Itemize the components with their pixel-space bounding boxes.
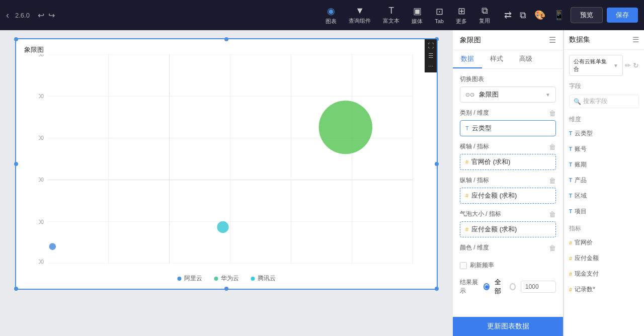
metrics-section-title: 指标 — [569, 224, 639, 233]
update-btn-container: 更新图表数据 — [453, 317, 563, 336]
topbar-right: ⇄ ⧉ 🎨 📱 预览 保存 — [502, 7, 638, 23]
field-项目: T 项目 — [569, 206, 639, 217]
panel-tabs: 数据 样式 高级 — [453, 50, 563, 69]
dataset-menu-icon[interactable]: ☰ — [632, 35, 639, 44]
tab-style[interactable]: 样式 — [482, 50, 511, 68]
chart-type-select[interactable]: ⊙⊙ 象限图 ▼ — [460, 87, 556, 103]
version-label: 2.6.0 — [15, 12, 30, 19]
bubble-delete-icon[interactable]: 🗑 — [549, 210, 556, 218]
x-field-type-icon: # — [465, 159, 468, 165]
richtext-icon: T — [388, 6, 394, 16]
chart-container[interactable]: 象限图 ⛶ ☰ ··· — [15, 38, 438, 290]
legend-dot-tencent — [251, 277, 255, 281]
undo-button[interactable]: ↩ — [38, 11, 44, 20]
dataset-body: 公有云账单集合 ▼ ✏ ↻ 字段 🔍 搜索字段 维度 T 云类型 — [564, 50, 644, 336]
chart-panel-header: 象限图 ☰ — [453, 30, 563, 50]
resize-handle-left[interactable] — [14, 162, 18, 166]
result-count-input[interactable] — [521, 281, 556, 293]
search-icon: 🔍 — [574, 98, 581, 105]
resize-handle-bl[interactable] — [14, 287, 18, 291]
bubble-huawei — [319, 101, 372, 154]
dataset-refresh-icon[interactable]: ↻ — [633, 61, 639, 69]
field-记录数: # 记录数* — [569, 284, 639, 295]
resize-handle-top[interactable] — [224, 37, 228, 41]
save-button[interactable]: 保存 — [607, 8, 638, 23]
resize-handle-bottom[interactable] — [224, 287, 228, 291]
result-all-radio[interactable] — [484, 283, 490, 290]
chart-dots-icon[interactable]: ··· — [426, 61, 435, 70]
resize-handle-br[interactable] — [435, 287, 439, 291]
x-axis-label: 横轴 / 指标 🗑 — [460, 142, 556, 151]
field-产品: T 产品 — [569, 175, 639, 186]
chart-icon: ◉ — [327, 6, 335, 17]
theme-icon-btn[interactable]: 🎨 — [532, 8, 547, 23]
bubble-value-field[interactable]: # 应付金额 (求和) — [460, 221, 556, 237]
update-chart-button[interactable]: 更新图表数据 — [453, 317, 563, 336]
chart-table-icon[interactable]: ☰ — [426, 51, 435, 60]
redo-button[interactable]: ↪ — [48, 11, 55, 20]
right-panels: 象限图 ☰ 数据 样式 高级 切换图表 ⊙⊙ 象限图 — [453, 30, 644, 336]
svg-text:600: 600 — [39, 54, 44, 57]
x-axis-section: 横轴 / 指标 🗑 # 官网价 (求和) — [460, 142, 556, 170]
resize-handle-right[interactable] — [435, 162, 439, 166]
tool-more[interactable]: ⊞ 更多 — [456, 6, 467, 25]
select-caret-icon: ▼ — [545, 92, 550, 98]
legend-aliyun: 阿里云 — [178, 274, 202, 283]
device-icon-btn[interactable]: 📱 — [551, 8, 567, 23]
preview-button[interactable]: 预览 — [571, 7, 603, 23]
chart-expand-icon[interactable]: ⛶ — [426, 41, 435, 50]
switch-chart-label: 切换图表 — [460, 75, 556, 83]
refresh-section: 刷新频率 — [460, 261, 556, 270]
chart-title: 象限图 — [24, 45, 44, 54]
layout-icon-btn[interactable]: ⧉ — [518, 8, 528, 23]
x-axis-value-field[interactable]: # 官网价 (求和) — [460, 154, 556, 170]
dimension-section-title: 维度 — [569, 115, 639, 124]
back-button[interactable]: ‹ — [6, 10, 9, 21]
chart-config-panel: 象限图 ☰ 数据 样式 高级 切换图表 ⊙⊙ 象限图 — [453, 30, 564, 336]
y-axis-label: 纵轴 / 指标 🗑 — [460, 176, 556, 185]
tool-richtext[interactable]: T 富文本 — [383, 6, 399, 25]
resize-handle-tl[interactable] — [14, 37, 18, 41]
chart-side-toolbar: ⛶ ☰ ··· — [425, 39, 437, 72]
y-axis-delete-icon[interactable]: 🗑 — [549, 177, 556, 185]
search-field[interactable]: 🔍 搜索字段 — [569, 95, 639, 108]
color-delete-icon[interactable]: 🗑 — [549, 244, 556, 252]
more-icon: ⊞ — [458, 6, 465, 17]
panel-menu-icon[interactable]: ☰ — [549, 35, 556, 45]
tool-media[interactable]: ▣ 媒体 — [412, 6, 423, 25]
y-axis-section: 纵轴 / 指标 🗑 # 应付金额 (求和) — [460, 176, 556, 204]
legend-tencent: 腾讯云 — [251, 274, 276, 283]
field-账号: T 账号 — [569, 143, 639, 155]
result-section: 结果展示 全部 — [460, 276, 556, 298]
filter-icon-btn[interactable]: ⇄ — [502, 8, 514, 23]
dataset-panel: 数据集 ☰ 公有云账单集合 ▼ ✏ ↻ 字段 🔍 搜索字段 — [564, 30, 644, 336]
x-axis-delete-icon[interactable]: 🗑 — [549, 143, 556, 151]
result-count-radio[interactable] — [510, 283, 516, 290]
svg-text:100: 100 — [39, 259, 44, 264]
svg-text:300: 300 — [39, 177, 44, 183]
tab-advanced[interactable]: 高级 — [511, 50, 540, 68]
category-section: 类别 / 维度 🗑 T 云类型 — [460, 109, 556, 136]
field-云类型: T 云类型 — [569, 128, 639, 139]
refresh-checkbox[interactable] — [460, 262, 467, 269]
tab-data[interactable]: 数据 — [453, 50, 482, 68]
tool-reuse[interactable]: ⧉ 复用 — [479, 6, 490, 25]
category-delete-icon[interactable]: 🗑 — [549, 109, 556, 117]
y-axis-value-field[interactable]: # 应付金额 (求和) — [460, 188, 556, 204]
legend-dot-aliyun — [178, 277, 182, 281]
bubble-tencent — [217, 221, 228, 233]
tool-tab[interactable]: ⊡ Tab — [435, 6, 444, 24]
category-value-field[interactable]: T 云类型 — [460, 120, 556, 136]
dataset-select[interactable]: 公有云账单集合 ▼ — [569, 55, 623, 76]
chart-panel-body: 切换图表 ⊙⊙ 象限图 ▼ 类别 / 维度 🗑 — [453, 69, 563, 304]
chart-svg: 600 500 400 300 200 100 100 200 300 400 … — [39, 54, 422, 264]
field-账期: T 账期 — [569, 159, 639, 171]
dataset-edit-icon[interactable]: ✏ — [625, 61, 631, 69]
tool-chart[interactable]: ◉ 图表 — [326, 6, 337, 25]
field-应付金额: # 应付金额 — [569, 253, 639, 264]
dataset-title: 数据集 — [569, 35, 590, 44]
category-label: 类别 / 维度 🗑 — [460, 109, 556, 117]
chart-type-icon: ⊙⊙ — [465, 92, 474, 98]
tool-query[interactable]: ▼ 查询组件 — [349, 6, 371, 25]
toolbar: ◉ 图表 ▼ 查询组件 T 富文本 ▣ 媒体 ⊡ Tab ⊞ 更多 ⧉ 复用 — [326, 6, 490, 25]
